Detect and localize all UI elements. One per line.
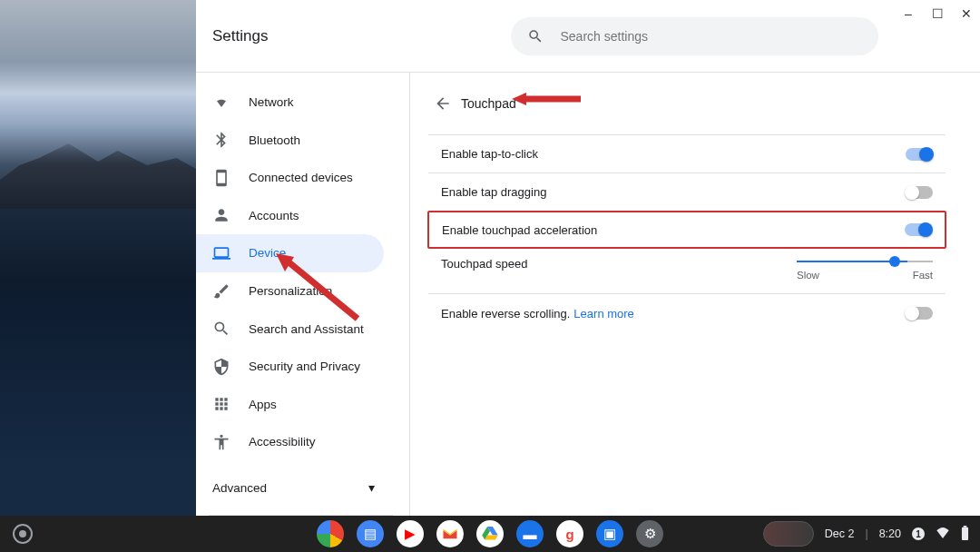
page-title: Touchpad xyxy=(461,96,516,111)
arrow-back-icon xyxy=(434,94,452,113)
settings-content: Touchpad Enable tap-to-click Enable tap … xyxy=(410,73,980,516)
slider-min-label: Slow xyxy=(797,270,819,281)
battery-status-icon xyxy=(961,526,969,543)
row-label: Touchpad speed xyxy=(441,257,527,271)
shelf-time: 8:20 xyxy=(879,527,901,540)
sidebar-item-connected-devices[interactable]: Connected devices xyxy=(196,159,384,197)
row-tap-dragging: Enable tap dragging xyxy=(428,173,946,212)
minimize-button[interactable]: – xyxy=(900,5,916,22)
row-label: Enable tap-to-click xyxy=(441,147,538,161)
search-box[interactable] xyxy=(511,17,878,55)
person-icon xyxy=(212,206,230,224)
shelf-apps: ▤ ▶ ▬ g ▣ ⚙ xyxy=(317,520,663,547)
sidebar-item-apps[interactable]: Apps xyxy=(196,385,384,423)
toggle-tap-dragging[interactable] xyxy=(906,186,933,199)
settings-window: – ☐ ✕ Settings Network Bluetooth Connect… xyxy=(196,0,980,516)
shelf-app-gmail[interactable] xyxy=(436,520,464,547)
row-touchpad-acceleration: Enable touchpad acceleration xyxy=(427,211,946,249)
shelf-app-google[interactable]: g xyxy=(556,520,583,547)
wifi-status-icon xyxy=(936,527,950,541)
row-reverse-scrolling: Enable reverse scrolling. Learn more xyxy=(428,294,946,332)
sidebar-item-label: Bluetooth xyxy=(249,133,300,147)
row-label: Enable tap dragging xyxy=(441,185,546,199)
sidebar-item-bluetooth[interactable]: Bluetooth xyxy=(196,122,384,160)
sidebar-item-label: Accounts xyxy=(249,209,299,222)
sidebar-item-network[interactable]: Network xyxy=(196,84,384,122)
sidebar-item-label: Network xyxy=(249,95,294,109)
advanced-label: Advanced xyxy=(212,481,267,495)
accessibility-icon xyxy=(212,433,230,451)
gmail-icon xyxy=(442,527,458,540)
sidebar-item-device[interactable]: Device xyxy=(196,234,384,272)
wifi-icon xyxy=(212,94,230,112)
svg-rect-7 xyxy=(962,527,968,539)
drive-icon xyxy=(482,527,498,541)
content-subheader: Touchpad xyxy=(428,85,946,122)
window-controls: – ☐ ✕ xyxy=(900,5,975,22)
chevron-down-icon: ▾ xyxy=(368,480,375,495)
sidebar-item-label: Apps xyxy=(249,398,277,411)
settings-sidebar: Network Bluetooth Connected devices Acco… xyxy=(196,73,410,516)
maximize-button[interactable]: ☐ xyxy=(929,5,946,22)
toggle-tap-to-click[interactable] xyxy=(906,148,933,161)
desktop-wallpaper xyxy=(0,0,196,516)
row-tap-to-click: Enable tap-to-click xyxy=(428,135,946,173)
search-input[interactable] xyxy=(560,29,862,44)
close-button[interactable]: ✕ xyxy=(958,5,975,22)
sidebar-advanced-toggle[interactable]: Advanced ▾ xyxy=(196,468,409,508)
chrome-os-shelf: ▤ ▶ ▬ g ▣ ⚙ Dec 2 | 8:20 1 xyxy=(0,516,980,552)
shelf-app-youtube[interactable]: ▶ xyxy=(397,520,424,547)
laptop-icon xyxy=(212,244,230,262)
user-avatars[interactable] xyxy=(763,521,814,547)
notification-badge-icon: 1 xyxy=(912,527,925,540)
sidebar-item-label: Device xyxy=(249,246,286,260)
learn-more-link[interactable]: Learn more xyxy=(573,307,633,320)
toggle-reverse-scrolling[interactable] xyxy=(906,307,933,320)
sidebar-item-accounts[interactable]: Accounts xyxy=(196,197,384,235)
shelf-app-chrome[interactable] xyxy=(317,520,344,547)
shelf-app-settings[interactable]: ⚙ xyxy=(636,520,663,547)
sidebar-item-personalization[interactable]: Personalization xyxy=(196,272,384,310)
shelf-app-files[interactable]: ▣ xyxy=(596,520,623,547)
shelf-app-messages[interactable]: ▬ xyxy=(516,520,544,547)
shelf-app-docs[interactable]: ▤ xyxy=(357,520,384,547)
sidebar-item-label: Security and Privacy xyxy=(249,360,360,373)
toggle-touchpad-acceleration[interactable] xyxy=(905,223,932,236)
touchpad-speed-slider[interactable] xyxy=(797,261,933,262)
sidebar-item-accessibility[interactable]: Accessibility xyxy=(196,423,384,461)
shelf-status-area[interactable]: Dec 2 | 8:20 1 xyxy=(763,521,980,547)
sidebar-item-label: Search and Assistant xyxy=(249,322,364,336)
shield-icon xyxy=(212,358,230,376)
settings-header: Settings xyxy=(196,0,980,73)
sidebar-item-label: Personalization xyxy=(249,284,332,298)
sidebar-item-label: Accessibility xyxy=(249,435,316,448)
shelf-app-drive[interactable] xyxy=(476,520,504,547)
sidebar-item-label: Connected devices xyxy=(249,171,353,184)
row-label: Enable reverse scrolling. xyxy=(441,307,570,320)
sidebar-item-security-privacy[interactable]: Security and Privacy xyxy=(196,348,384,386)
touchpad-settings-panel: Enable tap-to-click Enable tap dragging … xyxy=(428,134,946,332)
sidebar-item-search-assistant[interactable]: Search and Assistant xyxy=(196,310,384,348)
app-title: Settings xyxy=(212,27,268,45)
row-touchpad-speed: Touchpad speed Slow Fast xyxy=(428,248,946,294)
back-button[interactable] xyxy=(428,89,457,118)
row-label: Enable touchpad acceleration xyxy=(442,223,597,237)
shelf-date: Dec 2 xyxy=(825,527,855,540)
device-icon xyxy=(212,169,230,187)
search-icon xyxy=(212,320,230,338)
slider-max-label: Fast xyxy=(913,270,933,281)
brush-icon xyxy=(212,282,230,301)
search-icon xyxy=(527,27,544,45)
bluetooth-icon xyxy=(212,131,230,149)
apps-icon xyxy=(212,395,230,413)
launcher-button[interactable] xyxy=(13,524,33,544)
svg-rect-8 xyxy=(964,526,967,527)
